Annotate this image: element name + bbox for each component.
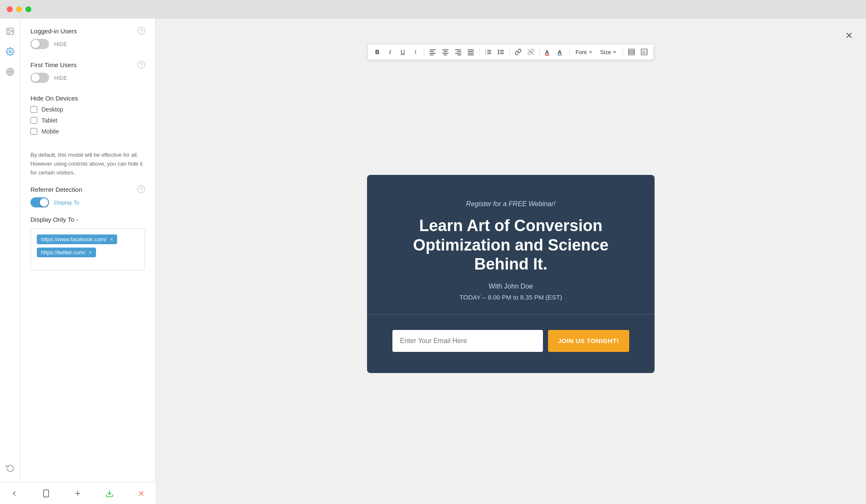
strikethrough-button[interactable]: I: [409, 46, 421, 58]
toolbar-divider-4: [539, 47, 540, 57]
first-time-users-toggle-label: HIDE: [54, 75, 67, 81]
logged-in-users-toggle-row: HIDE: [30, 39, 145, 49]
referrer-detection-title: Referrer Detection: [30, 186, 82, 193]
sidebar-icons: [0, 19, 20, 504]
main-area: × B I U I 123: [156, 19, 866, 504]
svg-rect-48: [44, 490, 49, 497]
target-icon[interactable]: [4, 66, 16, 78]
size-dropdown[interactable]: Size: [597, 48, 620, 56]
italic-button[interactable]: I: [384, 46, 396, 58]
email-input[interactable]: [392, 330, 543, 352]
display-only-title: Display Only To -: [30, 216, 145, 223]
referrer-detection-header: Referrer Detection ?: [30, 185, 145, 193]
align-justify-button[interactable]: [465, 46, 477, 58]
first-time-users-help-icon[interactable]: ?: [137, 61, 145, 68]
toolbar-divider-6: [623, 47, 623, 57]
align-right-button[interactable]: [452, 46, 464, 58]
ordered-list-button[interactable]: 123: [482, 46, 494, 58]
underline-button[interactable]: U: [397, 46, 408, 58]
svg-point-1: [8, 30, 9, 31]
modal-title: Learn Art of Conversion Optimization and…: [384, 216, 638, 274]
add-button[interactable]: [72, 488, 84, 499]
hide-on-devices-header: Hide On Devices: [30, 95, 145, 102]
desktop-checkbox[interactable]: [30, 106, 37, 113]
first-time-users-toggle[interactable]: [30, 73, 49, 83]
svg-point-33: [498, 50, 499, 51]
svg-text:3: 3: [485, 52, 486, 54]
delete-button[interactable]: [135, 488, 147, 499]
svg-rect-42: [629, 51, 635, 53]
settings-icon[interactable]: [4, 46, 16, 57]
join-button[interactable]: JOIN US TONIGHT!: [548, 330, 629, 352]
svg-point-4: [8, 70, 12, 74]
bg-color-button[interactable]: A: [555, 46, 567, 58]
tablet-checkbox[interactable]: [30, 117, 37, 124]
font-color-button[interactable]: A: [542, 46, 554, 58]
left-panel: Logged-in Users ? HIDE First Time Users …: [20, 19, 156, 504]
font-dropdown[interactable]: Font: [572, 48, 596, 56]
download-button[interactable]: [104, 488, 115, 499]
referrer-toggle-label: Display To: [54, 199, 79, 206]
referrer-detection-section: Referrer Detection ? Display To: [30, 185, 145, 207]
unlink-button[interactable]: [525, 46, 537, 58]
back-button[interactable]: [8, 488, 20, 499]
toolbar-divider-2: [479, 47, 480, 57]
minimize-button[interactable]: [16, 6, 22, 12]
traffic-lights: [7, 6, 31, 12]
tag-twitter-url: https://twitter.com/: [41, 249, 85, 256]
device-preview-button[interactable]: [40, 488, 52, 499]
referrer-toggle[interactable]: [30, 197, 49, 207]
tag-twitter-close[interactable]: ×: [89, 249, 92, 256]
svg-point-2: [9, 51, 11, 53]
app-container: Logged-in Users ? HIDE First Time Users …: [0, 19, 866, 504]
svg-point-34: [498, 52, 499, 53]
source-button[interactable]: [639, 46, 650, 58]
hide-on-devices-section: Hide On Devices Desktop Tablet Mobile: [30, 95, 145, 139]
modal-with-text: With John Doe: [384, 283, 638, 290]
svg-point-35: [498, 53, 499, 54]
tag-facebook-close[interactable]: ×: [110, 236, 113, 242]
svg-rect-43: [629, 53, 635, 55]
referrer-detection-help-icon[interactable]: ?: [137, 185, 145, 193]
align-left-button[interactable]: [427, 46, 438, 58]
tag-input-box[interactable]: https://www.facebook.com/ × https://twit…: [30, 228, 145, 270]
align-center-button[interactable]: [439, 46, 451, 58]
display-only-section: Display Only To - https://www.facebook.c…: [30, 216, 145, 270]
svg-text:A: A: [545, 49, 549, 55]
modal-divider: [367, 314, 655, 315]
list-view-button[interactable]: [626, 46, 638, 58]
tag-facebook-url: https://www.facebook.com/: [41, 236, 107, 242]
mobile-checkbox[interactable]: [30, 128, 37, 135]
link-button[interactable]: [512, 46, 524, 58]
tablet-label: Tablet: [41, 117, 57, 124]
unordered-list-button[interactable]: [495, 46, 507, 58]
logged-in-users-toggle[interactable]: [30, 39, 49, 49]
title-bar: [0, 0, 866, 19]
logged-in-users-help-icon[interactable]: ?: [137, 27, 145, 35]
hide-on-devices-title: Hide On Devices: [30, 95, 78, 102]
svg-text:A: A: [558, 49, 562, 55]
referrer-toggle-row: Display To: [30, 197, 145, 207]
bottom-bar: [0, 482, 156, 504]
toolbar-divider-5: [569, 47, 570, 57]
svg-rect-41: [629, 49, 635, 51]
image-icon[interactable]: [4, 25, 16, 37]
svg-rect-40: [558, 54, 562, 56]
maximize-button[interactable]: [25, 6, 31, 12]
svg-rect-38: [545, 54, 549, 56]
close-button[interactable]: [7, 6, 13, 12]
mobile-label: Mobile: [41, 128, 59, 135]
history-icon[interactable]: [4, 462, 16, 474]
toolbar-divider-3: [509, 47, 510, 57]
toolbar-divider-1: [424, 47, 424, 57]
modal-form: JOIN US TONIGHT!: [384, 330, 638, 352]
bold-button[interactable]: B: [371, 46, 383, 58]
logged-in-users-header: Logged-in Users ?: [30, 27, 145, 35]
tablet-checkbox-row: Tablet: [30, 117, 145, 124]
modal-time-text: TODAY – 8.00 PM to 8.35 PM (EST): [384, 294, 638, 301]
logged-in-users-section: Logged-in Users ? HIDE: [30, 27, 145, 49]
first-time-users-toggle-row: HIDE: [30, 73, 145, 83]
first-time-users-header: First Time Users ?: [30, 61, 145, 68]
modal-close-button[interactable]: ×: [846, 29, 852, 42]
tag-facebook: https://www.facebook.com/ ×: [37, 234, 117, 244]
